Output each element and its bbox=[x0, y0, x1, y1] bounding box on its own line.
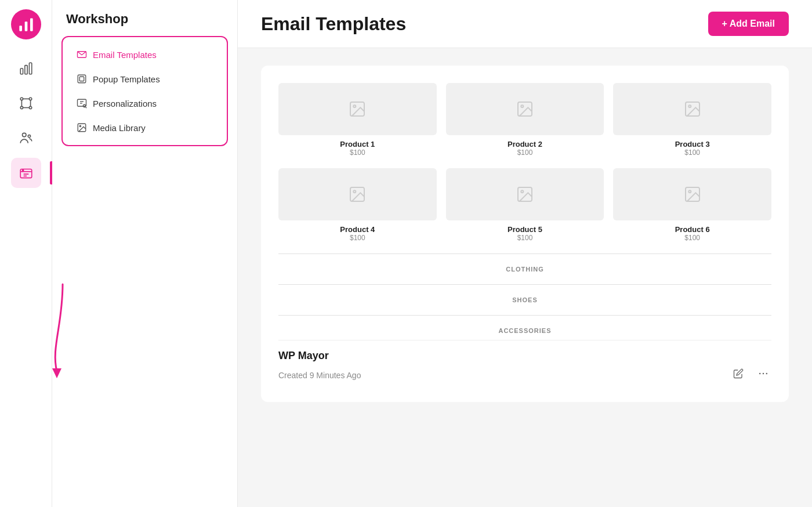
divider-3 bbox=[278, 315, 771, 316]
svg-point-6 bbox=[20, 97, 23, 100]
product-item-1: Product 1 $100 bbox=[278, 83, 437, 157]
menu-item-popup-templates[interactable]: Popup Templates bbox=[66, 67, 223, 90]
svg-rect-1 bbox=[24, 21, 27, 31]
svg-rect-3 bbox=[20, 68, 23, 74]
product-name-3: Product 3 bbox=[675, 140, 710, 149]
workshop-sidebar: Workshop Email Templates Popup Templates bbox=[52, 0, 238, 507]
product-name-6: Product 6 bbox=[675, 225, 710, 234]
svg-rect-2 bbox=[30, 19, 33, 31]
divider-2 bbox=[278, 284, 771, 285]
product-image-4 bbox=[278, 168, 437, 220]
product-name-4: Product 4 bbox=[340, 225, 375, 234]
svg-point-42 bbox=[766, 373, 768, 375]
template-created: Created 9 Minutes Ago bbox=[278, 371, 361, 380]
svg-point-9 bbox=[29, 106, 31, 108]
edit-button[interactable] bbox=[731, 366, 746, 384]
template-footer: WP Mayor Created 9 Minutes Ago bbox=[278, 340, 771, 385]
svg-point-40 bbox=[759, 373, 761, 375]
menu-item-personalizations[interactable]: Personalizations bbox=[66, 92, 223, 115]
product-item-2: Product 2 $100 bbox=[446, 83, 604, 157]
product-image-3 bbox=[613, 83, 771, 135]
svg-point-33 bbox=[688, 105, 691, 107]
add-email-button[interactable]: + Add Email bbox=[708, 12, 789, 36]
svg-line-25 bbox=[85, 107, 86, 108]
product-price-4: $100 bbox=[350, 234, 365, 242]
category-accessories: ACCESSORIES bbox=[278, 321, 771, 340]
sidebar-item-analytics[interactable] bbox=[11, 53, 41, 84]
template-meta: Created 9 Minutes Ago bbox=[278, 365, 771, 385]
svg-point-37 bbox=[521, 190, 523, 193]
product-item-3: Product 3 $100 bbox=[613, 83, 771, 157]
sidebar-item-flows[interactable] bbox=[11, 88, 41, 118]
menu-item-media-library[interactable]: Media Library bbox=[66, 116, 223, 139]
product-item-5: Product 5 $100 bbox=[446, 168, 604, 242]
logo-button[interactable] bbox=[11, 9, 41, 39]
category-shoes: SHOES bbox=[278, 291, 771, 309]
product-image-6 bbox=[613, 168, 771, 220]
template-actions bbox=[731, 365, 771, 385]
svg-rect-5 bbox=[29, 63, 31, 74]
svg-point-35 bbox=[354, 190, 356, 193]
svg-point-14 bbox=[22, 133, 26, 137]
svg-point-24 bbox=[83, 104, 86, 107]
product-price-3: $100 bbox=[684, 149, 700, 157]
products-grid-row1: Product 1 $100 Product 2 $100 Product 3 … bbox=[278, 83, 771, 157]
workshop-title: Workshop bbox=[61, 12, 228, 27]
products-grid-row2: Product 4 $100 Product 5 $100 Product 6 … bbox=[278, 168, 771, 242]
workshop-menu: Email Templates Popup Templates Personal… bbox=[61, 36, 228, 146]
template-card: Product 1 $100 Product 2 $100 Product 3 … bbox=[261, 66, 789, 402]
divider-1 bbox=[278, 253, 771, 254]
product-item-6: Product 6 $100 bbox=[613, 168, 771, 242]
svg-point-31 bbox=[521, 105, 523, 107]
svg-rect-19 bbox=[78, 75, 86, 83]
product-image-5 bbox=[446, 168, 604, 220]
product-name-5: Product 5 bbox=[507, 225, 542, 234]
svg-point-15 bbox=[28, 135, 30, 137]
product-item-4: Product 4 $100 bbox=[278, 168, 437, 242]
content-area: Product 1 $100 Product 2 $100 Product 3 … bbox=[238, 48, 812, 433]
product-name-1: Product 1 bbox=[340, 140, 375, 149]
svg-point-8 bbox=[20, 106, 23, 108]
product-image-1 bbox=[278, 83, 437, 135]
svg-rect-20 bbox=[79, 77, 84, 81]
sidebar-item-audience[interactable] bbox=[11, 123, 41, 153]
product-price-2: $100 bbox=[517, 149, 533, 157]
svg-rect-0 bbox=[19, 26, 22, 31]
svg-point-7 bbox=[29, 97, 31, 100]
product-price-6: $100 bbox=[684, 234, 700, 242]
svg-rect-21 bbox=[78, 99, 86, 106]
sidebar-item-workshop[interactable] bbox=[11, 158, 41, 188]
menu-item-email-templates[interactable]: Email Templates bbox=[66, 43, 223, 66]
svg-point-41 bbox=[763, 373, 764, 375]
svg-rect-4 bbox=[24, 66, 27, 74]
product-price-1: $100 bbox=[350, 149, 365, 157]
more-options-button[interactable] bbox=[755, 365, 771, 385]
page-title: Email Templates bbox=[261, 13, 406, 35]
category-clothing: CLOTHING bbox=[278, 260, 771, 278]
svg-point-29 bbox=[354, 105, 356, 107]
product-price-5: $100 bbox=[517, 234, 533, 242]
svg-point-39 bbox=[688, 190, 691, 193]
product-image-2 bbox=[446, 83, 604, 135]
main-content: Email Templates + Add Email Product 1 $1… bbox=[238, 0, 812, 507]
template-name: WP Mayor bbox=[278, 350, 771, 362]
main-header: Email Templates + Add Email bbox=[238, 0, 812, 48]
svg-point-17 bbox=[22, 170, 23, 171]
svg-point-27 bbox=[79, 125, 81, 126]
product-name-2: Product 2 bbox=[507, 140, 542, 149]
icon-sidebar bbox=[0, 0, 52, 507]
